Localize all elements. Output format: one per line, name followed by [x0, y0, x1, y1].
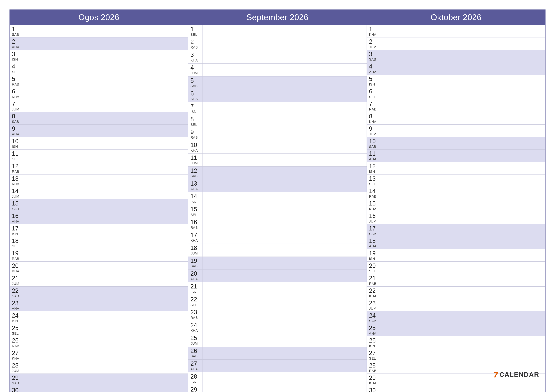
day-content-cell [24, 75, 188, 87]
day-number-cell: 24KHA [188, 321, 203, 334]
day-row: 14ISN [188, 192, 367, 205]
day-number-cell: 9AHA [10, 125, 24, 137]
day-row: 16RAB [188, 218, 367, 231]
day-number-cell: 2JUM [367, 37, 381, 50]
day-content-cell [24, 150, 188, 162]
day-row: 23AHA [10, 299, 188, 311]
brand-icon: 7 [493, 370, 498, 379]
day-number-cell: 13KHA [10, 174, 24, 187]
day-row: 9AHA [10, 124, 188, 137]
day-row: 21JUM [10, 274, 188, 286]
day-name: KHA [12, 356, 19, 361]
day-number: 16 [12, 213, 19, 219]
day-number-cell: 4SEL [10, 62, 24, 75]
day-name: SAB [12, 381, 19, 385]
day-row: 12SAB [188, 166, 367, 179]
day-name: SEL [369, 269, 376, 273]
day-number: 16 [369, 213, 376, 219]
day-number-cell: 21RAB [367, 274, 381, 286]
day-row: 14JUM [10, 187, 188, 199]
day-number: 24 [12, 312, 19, 319]
day-content-cell [203, 38, 367, 50]
day-content-cell [203, 372, 367, 385]
day-name: SAB [369, 319, 376, 323]
day-content-cell [24, 311, 188, 324]
day-number-cell: 3ISN [10, 50, 24, 62]
day-number: 20 [12, 263, 19, 269]
day-name: ISN [369, 82, 375, 86]
day-content-cell [203, 141, 367, 153]
day-number: 30 [369, 387, 376, 392]
day-content-cell [381, 112, 545, 125]
day-number: 29 [190, 386, 197, 392]
day-number: 19 [12, 250, 19, 257]
day-row: 5RAB [10, 75, 188, 87]
day-row: 24KHA [188, 321, 367, 334]
day-number-cell: 24ISN [10, 311, 24, 324]
day-number: 17 [12, 225, 19, 232]
day-name: RAB [190, 45, 198, 50]
day-number: 8 [369, 113, 372, 120]
day-number-cell: 11AHA [367, 150, 381, 162]
day-content-cell [24, 174, 188, 187]
day-name: JUM [369, 45, 376, 49]
day-content-cell [381, 25, 545, 37]
day-name: KHA [190, 58, 198, 63]
day-name: AHA [190, 97, 198, 101]
day-number-cell: 1KHA [367, 25, 381, 37]
day-name: ISN [12, 145, 18, 149]
day-row: 21ISN [188, 282, 367, 295]
day-content-cell [381, 224, 545, 237]
day-number-cell: 17SAB [367, 224, 381, 237]
day-name: SAB [190, 264, 198, 268]
day-content-cell [24, 324, 188, 336]
day-name: KHA [369, 294, 376, 298]
day-row: 1SEL [188, 25, 367, 38]
day-row: 26ISN [367, 336, 545, 349]
day-content-cell [24, 374, 188, 386]
day-number: 28 [12, 362, 19, 369]
day-name: RAB [369, 194, 376, 199]
day-number: 4 [12, 63, 15, 70]
day-number-cell: 18JUM [188, 244, 203, 256]
day-number: 24 [369, 312, 376, 319]
day-number-cell: 12ISN [367, 162, 381, 174]
day-row: 24ISN [10, 311, 188, 324]
day-content-cell [203, 347, 367, 359]
day-number-cell: 9RAB [188, 128, 203, 141]
day-content-cell [381, 162, 545, 174]
day-content-cell [203, 231, 367, 243]
day-content-cell [381, 274, 545, 286]
day-name: AHA [369, 157, 376, 161]
day-content-cell [381, 125, 545, 137]
day-name: SEL [12, 331, 19, 335]
day-row: 13AHA [188, 179, 367, 192]
day-number-cell: 23RAB [188, 308, 203, 321]
day-row: 11SEL [10, 149, 188, 162]
day-name: KHA [12, 182, 19, 186]
day-name: AHA [369, 244, 376, 248]
day-row: 10SAB [367, 137, 545, 149]
day-row: 15SAB [10, 199, 188, 212]
day-number: 15 [190, 206, 197, 213]
day-number-cell: 5ISN [367, 75, 381, 87]
day-content-cell [203, 51, 367, 63]
day-row: 9RAB [188, 128, 367, 141]
day-number: 8 [190, 116, 194, 123]
footer: 7 CALENDAR [493, 368, 542, 379]
day-number-cell: 13AHA [188, 179, 203, 192]
day-content-cell [203, 154, 367, 166]
day-number-cell: 25AHA [367, 324, 381, 336]
day-row: 9JUM [367, 124, 545, 137]
day-row: 28JUM [10, 361, 188, 374]
day-content-cell [203, 218, 367, 231]
day-content-cell [24, 162, 188, 174]
day-row: 20KHA [10, 261, 188, 274]
day-number-cell: 19SAB [188, 257, 203, 269]
day-row: 3ISN [10, 50, 188, 62]
day-row: 6KHA [10, 87, 188, 100]
day-number: 2 [190, 39, 194, 45]
day-number: 13 [190, 180, 197, 187]
day-number-cell: 3KHA [188, 51, 203, 63]
day-number: 6 [369, 88, 372, 95]
